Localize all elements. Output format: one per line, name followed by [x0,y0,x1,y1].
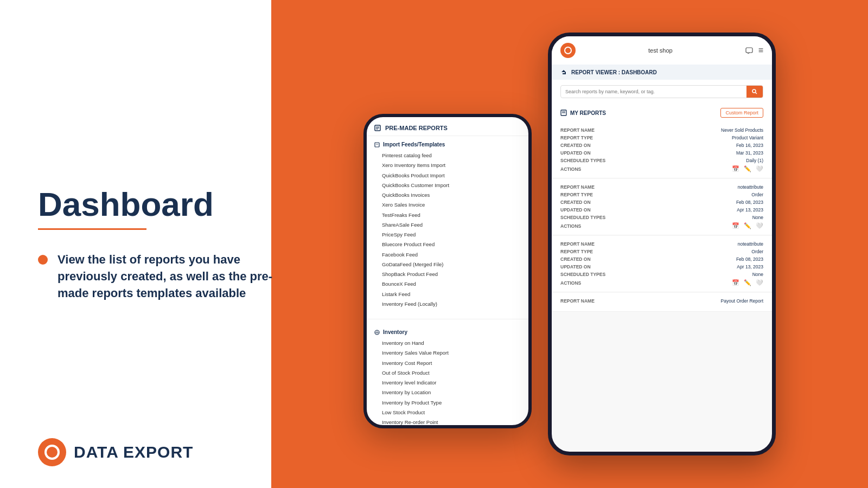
inventory-item-8[interactable]: Inventory Re-order Point [374,418,521,425]
bullet-item: View the list of reports you have previo… [38,252,298,301]
message-icon[interactable] [745,47,753,54]
created-on-row-1: CREATED ON Feb 08, 2023 [560,200,763,205]
imports-item-7[interactable]: ShareASale Feed [374,220,521,230]
bullet-text: View the list of reports you have previo… [58,252,298,301]
report-name-row-0: REPORT NAME Never Sold Products [560,127,763,133]
report-card-3: REPORT NAME Payout Order Report [552,293,772,312]
calendar-icon-0[interactable]: 📅 [732,165,739,172]
imports-item-14[interactable]: Listark Feed [374,290,521,299]
created-on-label-0: CREATED ON [560,143,591,148]
report-card-2: REPORT NAME noteattribute REPORT TYPE Or… [552,236,772,292]
inventory-icon [374,330,380,335]
updated-on-row-0: UPDATED ON Mar 31, 2023 [560,150,763,156]
inventory-item-0[interactable]: Inventory on Hand [374,338,521,348]
imports-item-8[interactable]: PriceSpy Feed [374,230,521,240]
scheduled-types-label-1: Scheduled Types [560,215,605,220]
report-type-label-2: REPORT TYPE [560,249,593,254]
updated-on-row-1: UPDATED ON Apr 13, 2023 [560,207,763,213]
imports-item-1[interactable]: Xero Inventory Items Import [374,160,521,170]
imports-item-11[interactable]: GoDataFeed (Merged File) [374,260,521,269]
created-on-value-2: Feb 08, 2023 [736,256,763,262]
inventory-item-7[interactable]: Low Stock Product [374,408,521,418]
actions-icons-1: 📅 ✏️ 🤍 [732,222,763,229]
inventory-item-6[interactable]: Inventory by Product Type [374,398,521,408]
report-type-label-1: REPORT TYPE [560,192,593,197]
imports-item-3[interactable]: QuickBooks Customer Import [374,181,521,190]
scheduled-types-value-0: Daily (1) [746,158,763,163]
imports-item-6[interactable]: TestFreaks Feed [374,210,521,220]
inventory-item-4[interactable]: Inventory level Indicator [374,378,521,388]
heart-icon-2[interactable]: 🤍 [756,279,763,286]
updated-on-label-1: UPDATED ON [560,207,591,213]
report-name-label-1: REPORT NAME [560,184,595,190]
scheduled-types-label-0: Scheduled Types [560,158,605,163]
edit-icon-2[interactable]: ✏️ [744,279,751,286]
actions-label-1: ACTIONS [560,223,581,229]
phone-left-content[interactable]: PRE-MADE REPORTS Import Feeds/Templates … [367,117,528,425]
premade-reports-header: PRE-MADE REPORTS [367,117,528,136]
actions-icons-0: 📅 ✏️ 🤍 [732,165,763,172]
shop-name: test shop [648,47,673,54]
menu-icon[interactable]: ≡ [758,46,763,55]
inventory-item-2[interactable]: Inventory Cost Report [374,358,521,368]
created-on-label-1: CREATED ON [560,200,591,205]
logo-dot [564,47,572,54]
search-icon [752,89,757,94]
updated-on-row-2: UPDATED ON Apr 13, 2023 [560,264,763,269]
phone-right: test shop ≡ REPORT VIEWER : DASHBOARD [548,33,776,455]
actions-row-0: ACTIONS 📅 ✏️ 🤍 [560,165,763,172]
inventory-item-3[interactable]: Out of Stock Product [374,368,521,378]
heart-icon-1[interactable]: 🤍 [756,222,763,229]
my-reports-label: MY REPORTS [570,110,606,116]
report-type-row-2: REPORT TYPE Order [560,249,763,254]
imports-item-0[interactable]: Pinterest catalog feed [374,151,521,160]
svg-line-11 [756,93,757,94]
report-card-0: REPORT NAME Never Sold Products REPORT T… [552,122,772,178]
svg-rect-9 [746,48,752,53]
report-name-value-0: Never Sold Products [721,127,763,133]
section-header-inventory: Inventory [374,329,521,335]
imports-item-15[interactable]: Inventory Feed (Locally) [374,299,521,309]
calendar-icon-2[interactable]: 📅 [732,279,739,286]
imports-item-13[interactable]: BounceX Feed [374,279,521,289]
phone-left: PRE-MADE REPORTS Import Feeds/Templates … [363,114,532,428]
imports-item-12[interactable]: ShopBack Product Feed [374,269,521,279]
created-on-row-2: CREATED ON Feb 08, 2023 [560,256,763,262]
reports-icon [560,110,567,116]
search-box[interactable] [560,85,763,98]
created-on-value-0: Feb 16, 2023 [736,143,763,148]
phone-right-content[interactable]: test shop ≡ REPORT VIEWER : DASHBOARD [552,36,772,452]
search-button[interactable] [746,86,763,98]
imports-item-2[interactable]: QuickBooks Product Import [374,171,521,181]
updated-on-value-1: Apr 13, 2023 [737,207,763,213]
scheduled-types-value-2: None [752,272,763,277]
logo-icon-inner [44,445,60,460]
page-title: Dashboard [38,186,298,223]
inventory-item-5[interactable]: Inventory by Location [374,388,521,397]
custom-report-button[interactable]: Custom Report [720,108,763,118]
search-input[interactable] [561,86,746,98]
topbar: test shop ≡ [552,36,772,65]
title-underline [38,228,146,230]
scheduled-types-row-0: Scheduled Types Daily (1) [560,158,763,163]
edit-icon-0[interactable]: ✏️ [744,165,751,172]
inventory-item-1[interactable]: Inventory Sales Value Report [374,348,521,358]
inventory-section-title: Inventory [383,329,407,335]
app-logo [560,43,576,58]
report-type-label-0: REPORT TYPE [560,135,593,140]
calendar-icon-1[interactable]: 📅 [732,222,739,229]
edit-icon-1[interactable]: ✏️ [744,222,751,229]
report-type-row-1: REPORT TYPE Order [560,192,763,197]
created-on-label-2: CREATED ON [560,256,591,262]
report-card-1: REPORT NAME noteattribute REPORT TYPE Or… [552,179,772,235]
report-type-value-1: Order [751,192,763,197]
imports-item-4[interactable]: QuickBooks Invoices [374,190,521,200]
my-reports-title: MY REPORTS [560,110,606,116]
imports-item-10[interactable]: Facebook Feed [374,250,521,260]
section-header-imports: Import Feeds/Templates [374,142,521,147]
imports-item-5[interactable]: Xero Sales Invoice [374,200,521,210]
imports-item-9[interactable]: Bluecore Product Feed [374,240,521,249]
report-type-value-0: Product Variant [732,135,763,140]
file-icon [374,142,380,147]
heart-icon-0[interactable]: 🤍 [756,165,763,172]
